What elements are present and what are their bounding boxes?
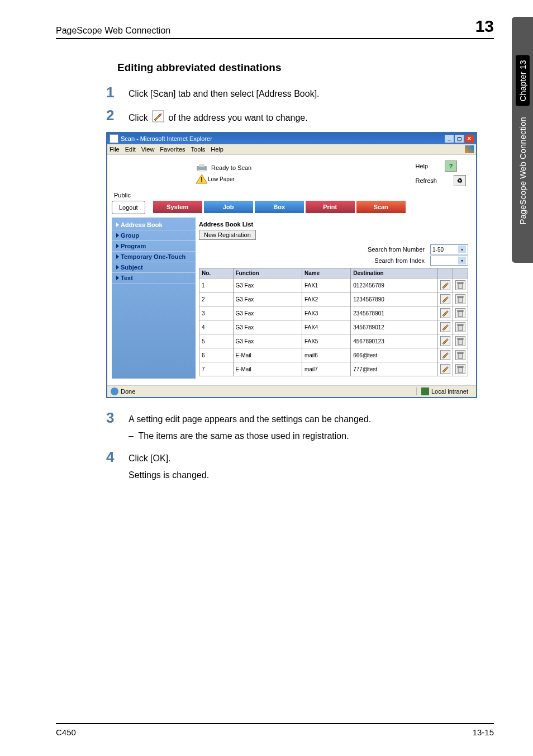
printer-icon	[196, 163, 208, 173]
edit-icon[interactable]	[440, 336, 450, 346]
status-bar: Done Local intranet	[107, 385, 476, 397]
menu-favorites[interactable]: Favorites	[160, 146, 185, 153]
list-title: Address Book List	[199, 221, 468, 228]
table-row: 7E-Mailmail7777@test	[199, 362, 468, 376]
edit-icon[interactable]	[440, 280, 450, 290]
svg-rect-19	[458, 366, 463, 367]
done-icon	[111, 388, 118, 395]
tab-print[interactable]: Print	[306, 201, 355, 213]
delete-icon[interactable]	[455, 308, 465, 318]
help-link[interactable]: Help	[415, 163, 428, 169]
menu-view[interactable]: View	[141, 146, 155, 153]
logout-button[interactable]: Logout	[112, 201, 145, 214]
delete-icon[interactable]	[455, 350, 465, 360]
public-label: Public	[114, 192, 472, 199]
nav-program[interactable]: Program	[112, 241, 196, 252]
chevron-down-icon: ▾	[458, 257, 466, 264]
ie-throbber-icon	[465, 145, 474, 153]
help-icon[interactable]: ?	[445, 160, 457, 172]
delete-icon[interactable]	[455, 322, 465, 332]
table-row: 3G3 FaxFAX32345678901	[199, 306, 468, 320]
nav-subject[interactable]: Subject	[112, 262, 196, 273]
tab-scan[interactable]: Scan	[356, 201, 406, 213]
search-index-select[interactable]: ▾	[430, 256, 468, 266]
menu-bar: File Edit View Favorites Tools Help	[107, 144, 476, 155]
step-4: 4 Click [OK]. Settings is changed.	[106, 448, 494, 482]
svg-rect-7	[458, 282, 463, 284]
section-title: Editing abbreviated destinations	[117, 62, 494, 74]
menu-tools[interactable]: Tools	[191, 146, 206, 153]
svg-rect-1	[197, 166, 207, 171]
svg-text:!: !	[201, 176, 203, 184]
screenshot: Scan - Microsoft Internet Explorer _ ▢ ✕…	[106, 132, 477, 398]
svg-rect-2	[199, 164, 204, 167]
svg-rect-9	[458, 296, 463, 297]
step-3: 3 A setting edit page appears and the se…	[106, 409, 494, 443]
edit-icon[interactable]	[440, 322, 450, 332]
svg-rect-16	[458, 353, 463, 358]
svg-rect-17	[458, 352, 463, 353]
table-row: 6E-Mailmail6666@test	[199, 348, 468, 362]
svg-rect-18	[458, 367, 463, 372]
edit-icon	[152, 110, 164, 126]
table-row: 5G3 FaxFAX54567890123	[199, 334, 468, 348]
tab-box[interactable]: Box	[255, 201, 304, 213]
tab-system[interactable]: System	[153, 201, 202, 213]
tab-job[interactable]: Job	[204, 201, 253, 213]
ie-icon	[110, 134, 118, 143]
table-row: 4G3 FaxFAX43456789012	[199, 320, 468, 334]
nav-text[interactable]: Text	[112, 273, 196, 284]
menu-edit[interactable]: Edit	[125, 146, 136, 153]
edit-icon[interactable]	[440, 308, 450, 318]
edit-icon[interactable]	[440, 350, 450, 360]
menu-help[interactable]: Help	[211, 146, 223, 153]
svg-rect-11	[458, 310, 463, 311]
maximize-button[interactable]: ▢	[455, 135, 464, 143]
step-1: 1 Click [Scan] tab and then select [Addr…	[106, 84, 494, 101]
svg-rect-3	[199, 170, 204, 172]
edit-icon[interactable]	[440, 364, 450, 374]
side-product: PageScope Web Connection	[518, 117, 527, 224]
search-number-label: Search from Number	[368, 246, 425, 253]
nav-address-book[interactable]: Address Book	[112, 220, 196, 230]
svg-rect-14	[458, 339, 463, 344]
svg-rect-6	[458, 284, 463, 289]
side-nav: Address Book Group Program Temporary One…	[112, 218, 196, 379]
lowpaper-label: Low Paper	[208, 176, 235, 182]
edit-icon[interactable]	[440, 294, 450, 304]
new-registration-button[interactable]: New Registration	[199, 230, 256, 240]
refresh-icon[interactable]: ♻	[454, 175, 466, 186]
search-index-label: Search from Index	[374, 257, 425, 264]
step-2: 2 Click of the address you want to chang…	[106, 107, 494, 126]
intranet-icon	[421, 388, 429, 395]
svg-rect-10	[458, 311, 463, 316]
ready-label: Ready to Scan	[211, 164, 251, 171]
nav-temp-onetouch[interactable]: Temporary One-Touch	[112, 252, 196, 262]
side-chapter: Chapter 13	[516, 55, 530, 106]
table-row: 1G3 FaxFAX10123456789	[199, 278, 468, 292]
refresh-link[interactable]: Refresh	[415, 177, 437, 184]
minimize-button[interactable]: _	[445, 135, 454, 143]
menu-file[interactable]: File	[110, 146, 120, 153]
delete-icon[interactable]	[455, 336, 465, 346]
page-header-chapter: 13	[475, 17, 494, 36]
svg-rect-13	[458, 324, 463, 325]
page-header-product: PageScope Web Connection	[56, 26, 170, 36]
page-footer: C450 13-15	[56, 723, 494, 737]
svg-rect-12	[458, 325, 463, 330]
nav-group[interactable]: Group	[112, 230, 196, 241]
warning-icon: !	[196, 174, 208, 184]
close-button[interactable]: ✕	[465, 135, 474, 143]
delete-icon[interactable]	[455, 280, 465, 290]
svg-rect-15	[458, 338, 463, 339]
delete-icon[interactable]	[455, 294, 465, 304]
search-number-select[interactable]: 1-50▾	[430, 244, 468, 254]
chevron-down-icon: ▾	[458, 245, 466, 253]
table-row: 2G3 FaxFAX21234567890	[199, 292, 468, 306]
address-table: No. Function Name Destination 1G3 FaxFAX…	[199, 268, 468, 376]
svg-rect-8	[458, 297, 463, 303]
side-tab: PageScope Web Connection Chapter 13	[512, 17, 533, 263]
window-titlebar: Scan - Microsoft Internet Explorer _ ▢ ✕	[107, 133, 476, 144]
delete-icon[interactable]	[455, 364, 465, 374]
